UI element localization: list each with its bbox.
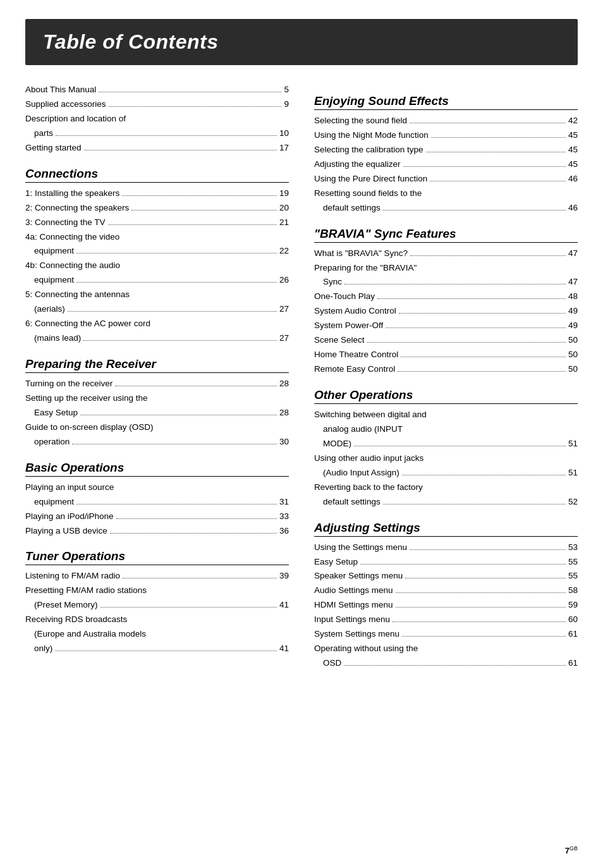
toc-row: Remote Easy Control50: [314, 362, 578, 377]
toc-description: Description and location of parts 10: [25, 112, 289, 141]
toc-row: System Audio Control49: [314, 304, 578, 319]
page-number: 7: [565, 846, 570, 855]
page: Table of Contents About This Manual 5 Su…: [0, 0, 603, 868]
toc-accessories: Supplied accessories 9: [25, 97, 289, 112]
toc-about: About This Manual 5: [25, 83, 289, 97]
bravia-title: "BRAVIA" Sync Features: [314, 227, 578, 243]
right-column: Enjoying Sound Effects Selecting the sou…: [314, 83, 578, 671]
toc-row: Playing an iPod/iPhone33: [25, 510, 289, 524]
toc-row: Switching between digital and analog aud…: [314, 408, 578, 451]
other-section: Switching between digital and analog aud…: [314, 408, 578, 510]
dots: [56, 135, 277, 136]
toc-row: Home Theatre Control50: [314, 348, 578, 362]
toc-label: About This Manual: [25, 83, 96, 97]
adjusting-section: Using the Settings menu53 Easy Setup55 S…: [314, 541, 578, 671]
toc-label: Getting started: [25, 141, 82, 156]
tuner-title: Tuner Operations: [25, 549, 289, 565]
other-title: Other Operations: [314, 388, 578, 404]
toc-row: 6: Connecting the AC power cord (mains l…: [25, 317, 289, 346]
toc-row: Turning on the receiver28: [25, 377, 289, 391]
page-num: 17: [279, 141, 289, 156]
toc-row: System Settings menu61: [314, 627, 578, 642]
toc-row: Presetting FM/AM radio stations (Preset …: [25, 584, 289, 613]
preparing-title: Preparing the Receiver: [25, 357, 289, 373]
basic-title: Basic Operations: [25, 461, 289, 477]
page-suffix: GB: [570, 845, 578, 852]
dots: [109, 106, 282, 107]
toc-row: Playing an input source equipment31: [25, 480, 289, 510]
toc-row: Selecting the calibration type45: [314, 143, 578, 157]
toc-row: Speaker Settings menu55: [314, 569, 578, 584]
dots: [84, 150, 277, 150]
toc-row: Scene Select50: [314, 333, 578, 348]
toc-row: One-Touch Play48: [314, 290, 578, 304]
intro-section: About This Manual 5 Supplied accessories…: [25, 83, 289, 156]
connections-title: Connections: [25, 167, 289, 183]
toc-row: Receiving RDS broadcasts (Europe and Aus…: [25, 613, 289, 656]
toc-label: Description and location of: [25, 112, 126, 126]
toc-row: System Power-Off49: [314, 319, 578, 333]
enjoying-title: Enjoying Sound Effects: [314, 94, 578, 110]
toc-row: 4b: Connecting the audio equipment26: [25, 259, 289, 288]
toc-row: Operating without using the OSD61: [314, 642, 578, 671]
toc-row: 5: Connecting the antennas (aerials)27: [25, 288, 289, 317]
toc-row: Guide to on-screen display (OSD) operati…: [25, 420, 289, 449]
toc-label: Supplied accessories: [25, 97, 106, 112]
toc-row: Using the Settings menu53: [314, 541, 578, 555]
basic-section: Playing an input source equipment31 Play…: [25, 480, 289, 539]
connections-section: 1: Installing the speakers19 2: Connecti…: [25, 186, 289, 346]
page-footer: 7GB: [565, 845, 578, 855]
toc-row: Playing a USB device36: [25, 524, 289, 539]
toc-row: Audio Settings menu58: [314, 584, 578, 598]
toc-row: What is "BRAVIA" Sync?47: [314, 247, 578, 261]
toc-row: Resetting sound fields to the default se…: [314, 186, 578, 216]
toc-getting-started: Getting started 17: [25, 141, 289, 156]
toc-row: Using other audio input jacks (Audio Inp…: [314, 451, 578, 480]
page-num: 10: [279, 126, 289, 141]
toc-row: Preparing for the "BRAVIA" Sync47: [314, 261, 578, 290]
toc-row: Using the Pure Direct function46: [314, 172, 578, 186]
page-num: 5: [284, 83, 289, 97]
dots: [99, 92, 281, 92]
toc-row: Easy Setup55: [314, 555, 578, 570]
toc-row: 3: Connecting the TV21: [25, 216, 289, 230]
toc-row: Reverting back to the factory default se…: [314, 480, 578, 510]
page-num: 9: [284, 97, 289, 112]
title-bar: Table of Contents: [25, 19, 578, 65]
toc-row: HDMI Settings menu59: [314, 598, 578, 613]
toc-row: Input Settings menu60: [314, 613, 578, 627]
toc-row: Setting up the receiver using the Easy S…: [25, 391, 289, 420]
bravia-section: What is "BRAVIA" Sync?47 Preparing for t…: [314, 247, 578, 377]
adjusting-title: Adjusting Settings: [314, 521, 578, 537]
preparing-section: Turning on the receiver28 Setting up the…: [25, 377, 289, 449]
page-title: Table of Contents: [43, 30, 560, 54]
tuner-section: Listening to FM/AM radio39 Presetting FM…: [25, 569, 289, 656]
toc-row: 2: Connecting the speakers20: [25, 201, 289, 216]
left-column: About This Manual 5 Supplied accessories…: [25, 83, 289, 671]
toc-row: Using the Night Mode function45: [314, 128, 578, 143]
toc-row: Selecting the sound field42: [314, 114, 578, 128]
toc-row: Listening to FM/AM radio39: [25, 569, 289, 584]
toc-row: 4a: Connecting the video equipment22: [25, 230, 289, 259]
toc-row: 1: Installing the speakers19: [25, 186, 289, 201]
toc-row: Adjusting the equalizer45: [314, 157, 578, 172]
enjoying-section: Selecting the sound field42 Using the Ni…: [314, 114, 578, 216]
toc-label: parts: [34, 126, 53, 141]
